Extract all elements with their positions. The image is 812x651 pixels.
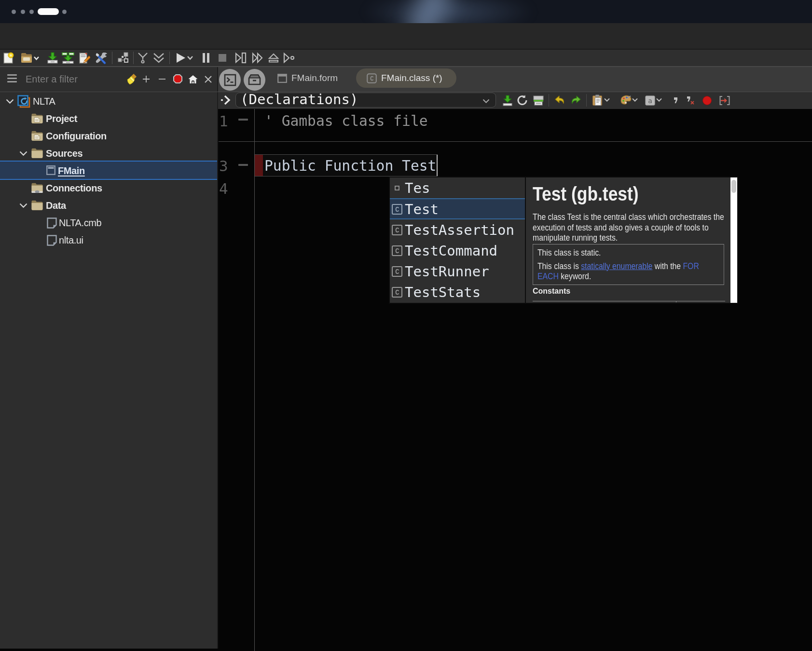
collapse-all-button[interactable] (158, 71, 166, 87)
archive-icon (248, 74, 261, 86)
save-button[interactable] (502, 93, 513, 108)
open-project-button[interactable] (20, 51, 40, 65)
forward-button[interactable] (251, 51, 264, 65)
gutter-border (254, 109, 255, 651)
expand-all-button[interactable] (142, 71, 151, 87)
tree-item-label: Configuration (46, 131, 107, 142)
tree-item-project[interactable]: Project (0, 110, 217, 127)
tab-fmain-form[interactable]: FMain.form (277, 68, 338, 88)
class-icon (392, 266, 402, 277)
close-filter-button[interactable] (204, 71, 213, 87)
new-project-button[interactable] (2, 51, 14, 65)
goto-procedure-icon[interactable] (220, 95, 232, 105)
finish-button[interactable] (267, 51, 280, 65)
window-bottom-edge (0, 649, 218, 651)
insert-dropdown-chevron[interactable] (656, 98, 662, 102)
menubar (0, 23, 812, 49)
file-icon (47, 235, 57, 246)
autocomplete-item-testassertion[interactable]: TestAssertion (390, 219, 525, 240)
form-icon (277, 74, 287, 83)
format-button[interactable] (619, 93, 632, 108)
doc-link-statically-enumerable[interactable]: statically enumerable (581, 261, 652, 271)
configuration-folder-icon (31, 130, 43, 142)
word-icon (392, 183, 402, 193)
class-icon (392, 245, 402, 256)
breakpoint-button[interactable] (702, 93, 712, 108)
gambas-project-icon (17, 95, 30, 108)
gambas-ide-window: NLTA Project Configuration Sources (0, 0, 812, 651)
goto-bracket-button[interactable] (719, 93, 730, 108)
tab-label: FMain.class (*) (381, 73, 442, 83)
compile-all-button[interactable] (117, 51, 130, 65)
chevron-down-icon[interactable] (6, 99, 14, 104)
tree-item-nlta[interactable]: NLTA (0, 93, 217, 110)
filter-input[interactable] (26, 72, 122, 86)
reload-button[interactable] (516, 93, 529, 108)
tree-item-label: nlta.ui (59, 235, 83, 246)
paste-button[interactable] (592, 93, 603, 108)
chevron-down-icon[interactable] (19, 151, 28, 156)
insert-special-button[interactable]: a (645, 93, 656, 108)
procedure-combobox[interactable]: (Declarations) (235, 93, 496, 108)
version-control-button[interactable] (61, 51, 75, 65)
tab-fmain-class[interactable]: FMain.class (*) (356, 68, 456, 88)
toolbar-separator-1 (112, 52, 112, 64)
comment-button[interactable] (673, 93, 679, 108)
stop-button[interactable] (218, 51, 227, 65)
doc-title: Test (gb.test) (533, 183, 639, 205)
expand-procedures-button[interactable] (152, 51, 165, 65)
pause-button[interactable] (201, 51, 211, 65)
tree-item-label: NLTA.cmb (59, 217, 101, 229)
doc-note-static: This class is static. (537, 247, 719, 258)
tree-item-label: FMain (58, 165, 85, 176)
undo-button[interactable] (554, 93, 566, 108)
redo-button[interactable] (569, 93, 582, 108)
procedure-combobox-value: (Declarations) (240, 91, 358, 108)
make-executable-button[interactable] (532, 93, 545, 108)
autocomplete-item-teststats[interactable]: TestStats (390, 282, 525, 302)
home-button[interactable] (187, 71, 198, 87)
step-button[interactable] (234, 51, 247, 65)
procedure-start-marker (255, 155, 263, 176)
titlebar-dot-1 (12, 10, 16, 14)
doc-scrollbar-thumb[interactable] (731, 180, 736, 193)
line-number: 3 (219, 157, 236, 175)
autocomplete-list[interactable]: Tes Test TestAssertion (390, 177, 525, 303)
chevron-down-icon (482, 99, 490, 104)
fold-marker[interactable] (238, 164, 248, 166)
tree-item-data[interactable]: Data (0, 197, 217, 214)
uncomment-button[interactable] (686, 93, 695, 108)
format-dropdown-chevron[interactable] (632, 98, 638, 102)
tree-item-configuration[interactable]: Configuration (0, 127, 217, 145)
collapse-procedures-button[interactable] (137, 51, 149, 65)
save-project-button[interactable] (46, 51, 59, 65)
archive-button[interactable] (244, 69, 265, 91)
autocomplete-item-testcommand[interactable]: TestCommand (390, 240, 525, 261)
autocomplete-item-test[interactable]: Test (390, 199, 525, 219)
console-button[interactable] (219, 69, 241, 91)
record-diff-button[interactable] (172, 71, 183, 87)
titlebar-pill (38, 8, 59, 15)
tree-item-nlta-cmb[interactable]: NLTA.cmb (0, 214, 217, 231)
clean-filter-button[interactable] (126, 71, 138, 87)
filter-menu-icon[interactable] (7, 74, 17, 82)
file-icon (47, 217, 57, 229)
tree-item-nlta-ui[interactable]: nlta.ui (0, 231, 217, 249)
code-line-3: Public Function Test (264, 158, 436, 174)
tree-item-connections[interactable]: Connections (0, 179, 217, 197)
run-until-button[interactable] (283, 51, 296, 65)
doc-note-enumerable: This class is statically enumerable with… (537, 261, 719, 282)
preferences-button[interactable] (95, 51, 108, 65)
paste-dropdown-chevron[interactable] (604, 98, 610, 102)
chevron-down-icon[interactable] (19, 203, 28, 208)
doc-scrollbar[interactable] (730, 177, 737, 303)
project-properties-button[interactable] (78, 51, 91, 65)
tree-item-sources[interactable]: Sources (0, 145, 217, 162)
run-button[interactable] (175, 51, 194, 65)
class-icon (392, 225, 402, 235)
autocomplete-item-testrunner[interactable]: TestRunner (390, 261, 525, 282)
tree-item-fmain[interactable]: FMain (0, 162, 217, 180)
connections-folder-icon (31, 182, 43, 194)
form-icon (46, 165, 55, 175)
fold-marker[interactable] (238, 119, 248, 121)
